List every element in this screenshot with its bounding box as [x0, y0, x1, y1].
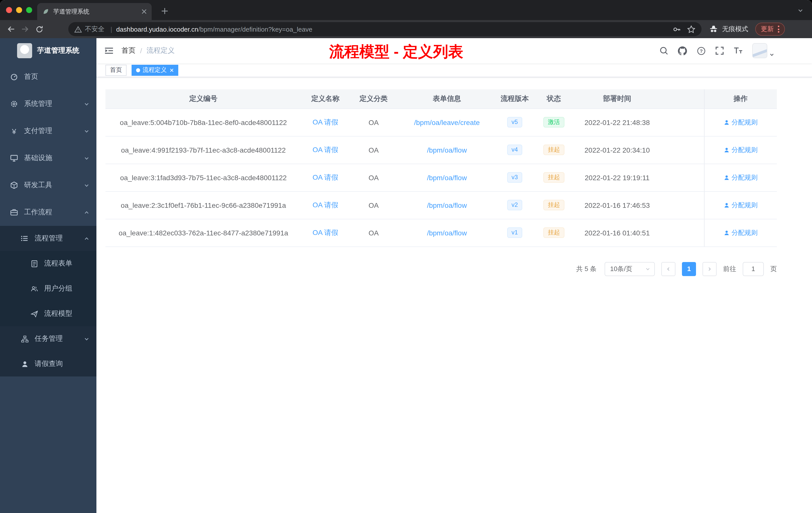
- current-page-button[interactable]: 1: [682, 262, 696, 276]
- monitor-icon: [10, 154, 18, 162]
- incognito-badge: 无痕模式: [708, 24, 748, 34]
- hamburger-icon[interactable]: [96, 38, 121, 63]
- assign-rule-link[interactable]: 分配规则: [724, 173, 758, 182]
- tag-home[interactable]: 首页: [106, 64, 126, 76]
- new-tab-button[interactable]: [158, 4, 172, 18]
- chevron-down-icon: [84, 128, 89, 134]
- assign-rule-link[interactable]: 分配规则: [724, 201, 758, 210]
- cell-version: v3: [496, 163, 533, 191]
- minimize-window-button[interactable]: [16, 7, 22, 13]
- chevron-down-icon: [84, 155, 89, 161]
- zoom-window-button[interactable]: [26, 7, 32, 13]
- form-link[interactable]: /bpm/oa/leave/create: [414, 118, 480, 126]
- next-page-button[interactable]: [702, 262, 717, 276]
- sidebar-item-infrastructure[interactable]: 基础设施: [0, 145, 96, 172]
- sidebar-item-label: 系统管理: [24, 99, 52, 109]
- table-row: oa_leave:5:004b710b-7b8a-11ec-8ef0-acde4…: [106, 109, 777, 136]
- update-label: 更新: [761, 25, 774, 34]
- definition-table: 定义编号 定义名称 定义分类 表单信息 流程版本 状态 部署时间 操作: [106, 89, 777, 247]
- sidebar-item-label: 基础设施: [24, 154, 52, 163]
- sidebar-item-leave-query[interactable]: 请假查询: [0, 351, 96, 376]
- page-size-select[interactable]: 10条/页: [605, 262, 655, 276]
- definition-name-link[interactable]: OA 请假: [313, 201, 339, 209]
- status-badge: 挂起: [543, 200, 564, 210]
- cell-status: 挂起: [533, 219, 575, 246]
- sidebar-item-home[interactable]: 首页: [0, 63, 96, 90]
- user-menu[interactable]: [752, 43, 774, 58]
- definition-name-link[interactable]: OA 请假: [313, 118, 339, 126]
- assign-rule-link[interactable]: 分配规则: [724, 118, 758, 127]
- user-icon: [724, 175, 730, 180]
- favicon-leaf-icon: [42, 8, 49, 15]
- sidebar-item-user-group[interactable]: 用户分组: [0, 276, 96, 301]
- cell-deploy-time: 2022-01-22 20:34:10: [575, 136, 660, 163]
- cell-filler: [660, 136, 704, 163]
- forward-icon[interactable]: [18, 22, 32, 36]
- github-icon[interactable]: [678, 46, 687, 55]
- address-bar[interactable]: 不安全 | dashboard.yudao.iocoder.cn/bpm/man…: [68, 22, 701, 36]
- definition-name-link[interactable]: OA 请假: [313, 173, 339, 181]
- sidebar-item-label: 流程表单: [44, 259, 72, 268]
- cell-version: v2: [496, 191, 533, 219]
- cell-deploy-time: 2022-01-22 19:19:11: [575, 163, 660, 191]
- close-window-button[interactable]: [6, 7, 12, 13]
- cell-definition-name: OA 请假: [301, 191, 349, 219]
- form-link[interactable]: /bpm/oa/flow: [427, 201, 467, 209]
- cell-definition-name: OA 请假: [301, 109, 349, 136]
- browser-toolbar: 不安全 | dashboard.yudao.iocoder.cn/bpm/man…: [0, 20, 812, 38]
- back-icon[interactable]: [4, 22, 18, 36]
- col-definition-category: 定义分类: [349, 89, 398, 109]
- yen-icon: ¥: [10, 127, 18, 135]
- definition-name-link[interactable]: OA 请假: [313, 145, 339, 153]
- sidebar-item-system[interactable]: 系统管理: [0, 90, 96, 117]
- status-badge: 激活: [543, 117, 564, 127]
- goto-label: 前往: [723, 264, 736, 273]
- tag-process-definition[interactable]: 流程定义: [132, 64, 178, 76]
- assign-rule-link[interactable]: 分配规则: [724, 228, 758, 237]
- chevron-down-icon: [84, 336, 89, 341]
- browser-update-button[interactable]: 更新: [755, 23, 785, 36]
- sidebar-item-payment[interactable]: ¥ 支付管理: [0, 117, 96, 145]
- tab-search-chevron-icon[interactable]: [794, 4, 807, 17]
- chevron-down-icon: [84, 182, 89, 188]
- tab-close-icon[interactable]: [142, 9, 147, 14]
- cell-actions: 分配规则: [704, 163, 777, 191]
- browser-tab[interactable]: 芋道管理系统: [37, 3, 152, 20]
- browser-menu-icon[interactable]: [778, 26, 779, 33]
- password-key-icon[interactable]: [672, 25, 681, 33]
- cell-definition-name: OA 请假: [301, 163, 349, 191]
- form-link[interactable]: /bpm/oa/flow: [427, 229, 467, 237]
- fullscreen-icon[interactable]: [715, 46, 724, 55]
- sidebar-item-label: 流程管理: [35, 234, 63, 243]
- font-size-icon[interactable]: [734, 46, 743, 55]
- breadcrumb-home[interactable]: 首页: [121, 46, 136, 55]
- cell-definition-id: oa_leave:5:004b710b-7b8a-11ec-8ef0-acde4…: [106, 109, 301, 136]
- omnibox-divider: |: [111, 25, 112, 33]
- help-question-icon[interactable]: ?: [696, 46, 705, 55]
- sidebar-item-workflow[interactable]: 工作流程: [0, 199, 96, 226]
- version-tag: v3: [507, 172, 522, 183]
- form-link[interactable]: /bpm/oa/flow: [427, 174, 467, 181]
- tab-strip: 芋道管理系统: [0, 0, 812, 20]
- cell-status: 挂起: [533, 136, 575, 163]
- form-link[interactable]: /bpm/oa/flow: [427, 146, 467, 154]
- sidebar-item-process-management[interactable]: 流程管理: [0, 226, 96, 251]
- search-icon[interactable]: [659, 46, 668, 55]
- tag-close-icon[interactable]: [170, 68, 174, 72]
- bookmark-star-icon[interactable]: [687, 25, 696, 33]
- sidebar-item-task-management[interactable]: 任务管理: [0, 326, 96, 351]
- sidebar-logo[interactable]: 芋道管理系统: [0, 38, 96, 63]
- total-count: 共 5 条: [576, 264, 597, 273]
- refresh-icon[interactable]: [32, 22, 46, 36]
- cell-deploy-time: 2022-01-16 01:40:51: [575, 219, 660, 246]
- prev-page-button[interactable]: [661, 262, 675, 276]
- sidebar-item-process-form[interactable]: 流程表单: [0, 251, 96, 276]
- tag-label: 首页: [110, 66, 122, 74]
- assign-rule-link[interactable]: 分配规则: [724, 145, 758, 154]
- sidebar-item-dev-tools[interactable]: 研发工具: [0, 172, 96, 199]
- sidebar-item-process-model[interactable]: 流程模型: [0, 301, 96, 326]
- definition-name-link[interactable]: OA 请假: [313, 228, 339, 236]
- avatar[interactable]: [752, 43, 767, 58]
- table-header-row: 定义编号 定义名称 定义分类 表单信息 流程版本 状态 部署时间 操作: [106, 89, 777, 109]
- goto-page-input[interactable]: [743, 262, 764, 276]
